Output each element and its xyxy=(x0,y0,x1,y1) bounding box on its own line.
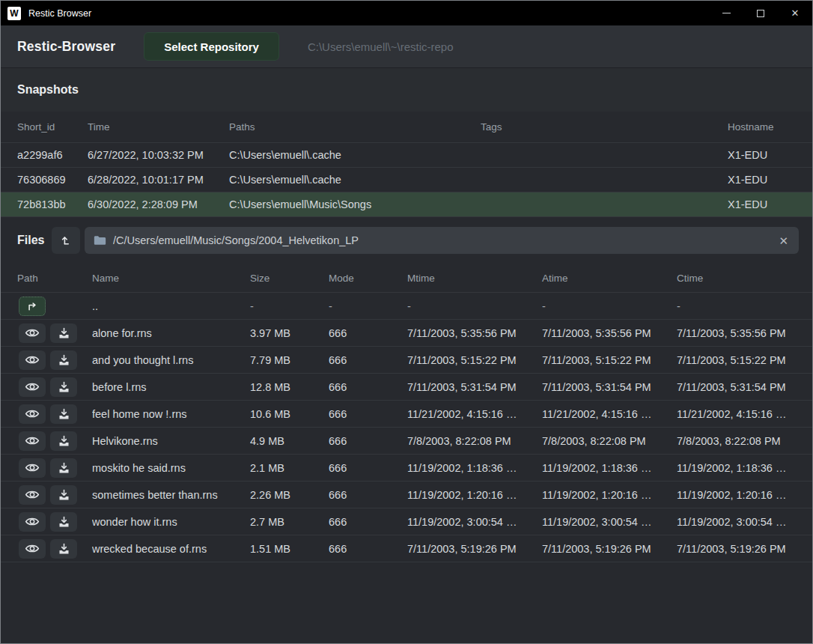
file-mode: 666 xyxy=(329,516,407,528)
file-mode: 666 xyxy=(329,354,407,366)
view-file-button[interactable] xyxy=(19,512,46,532)
file-size: 2.7 MB xyxy=(250,516,329,528)
app-logo-icon: W xyxy=(7,7,21,20)
file-name: and you thought l.rns xyxy=(92,354,250,366)
snapshots-col-time: Time xyxy=(88,121,229,133)
empty-area xyxy=(1,562,812,643)
parent-dir-mode: - xyxy=(329,300,407,312)
parent-dir-size: - xyxy=(250,300,329,312)
download-file-button[interactable] xyxy=(50,377,77,397)
snapshots-col-tags: Tags xyxy=(481,121,728,133)
clear-path-button[interactable]: ✕ xyxy=(777,235,790,246)
file-row-actions xyxy=(19,539,92,559)
view-file-button[interactable] xyxy=(19,350,46,370)
file-ctime: 7/11/2003, 5:19:26 PM xyxy=(677,543,803,555)
snapshots-table-header: Short_id Time Paths Tags Hostname xyxy=(1,112,812,143)
file-name: before l.rns xyxy=(92,381,250,393)
files-table-body: .. - - - - - xyxy=(1,293,812,562)
snapshots-col-short-id: Short_id xyxy=(17,121,88,133)
snapshot-row[interactable]: 76306869 6/28/2022, 10:01:17 PM C:\Users… xyxy=(1,168,812,192)
file-name: alone for.rns xyxy=(92,327,250,339)
download-file-button[interactable] xyxy=(50,539,77,559)
file-ctime: 7/11/2003, 5:31:54 PM xyxy=(677,381,803,393)
snapshot-short-id: 72b813bb xyxy=(17,198,88,210)
file-row: wonder how it.rns 2.7 MB 666 11/19/2002,… xyxy=(1,508,812,535)
snapshot-hostname: X1-EDU xyxy=(728,149,803,161)
snapshots-table-body: a2299af6 6/27/2022, 10:03:32 PM C:\Users… xyxy=(1,143,812,217)
window-title: Restic Browser xyxy=(28,8,91,19)
file-ctime: 11/21/2002, 4:15:16 … xyxy=(677,408,803,420)
file-mtime: 7/11/2003, 5:35:56 PM xyxy=(407,327,542,339)
file-row: Helvikone.rns 4.9 MB 666 7/8/2003, 8:22:… xyxy=(1,428,812,455)
maximize-button[interactable] xyxy=(743,1,778,25)
file-size: 4.9 MB xyxy=(250,435,329,447)
download-file-button[interactable] xyxy=(50,431,77,451)
file-mode: 666 xyxy=(329,408,407,420)
files-col-mtime: Mtime xyxy=(407,273,542,284)
files-col-atime: Atime xyxy=(542,273,677,284)
file-row-actions xyxy=(19,512,92,532)
snapshot-hostname: X1-EDU xyxy=(728,198,803,210)
current-path-bar[interactable]: /C/Users/emuell/Music/Songs/2004_Helveti… xyxy=(85,227,799,254)
app-title: Restic-Browser xyxy=(17,39,115,55)
view-file-button[interactable] xyxy=(19,377,46,397)
download-icon xyxy=(58,489,70,501)
view-file-button[interactable] xyxy=(19,539,46,559)
view-file-button[interactable] xyxy=(19,404,46,424)
download-file-button[interactable] xyxy=(50,404,77,424)
file-mtime: 11/19/2002, 1:18:36 … xyxy=(407,462,542,474)
snapshots-title: Snapshots xyxy=(17,83,79,97)
snapshot-time: 6/30/2022, 2:28:09 PM xyxy=(88,198,229,210)
file-ctime: 11/19/2002, 1:18:36 … xyxy=(677,462,803,474)
file-atime: 7/11/2003, 5:35:56 PM xyxy=(542,327,677,339)
file-name: sometimes better than.rns xyxy=(92,489,250,501)
eye-icon xyxy=(25,489,40,500)
view-file-button[interactable] xyxy=(19,431,46,451)
file-ctime: 11/19/2002, 3:00:54 … xyxy=(677,516,803,528)
parent-dir-button[interactable] xyxy=(19,297,46,316)
file-row: sometimes better than.rns 2.26 MB 666 11… xyxy=(1,482,812,508)
snapshot-row[interactable]: a2299af6 6/27/2022, 10:03:32 PM C:\Users… xyxy=(1,143,812,168)
snapshot-row[interactable]: 72b813bb 6/30/2022, 2:28:09 PM C:\Users\… xyxy=(1,192,812,217)
file-name: wonder how it.rns xyxy=(92,516,250,528)
file-mode: 666 xyxy=(329,543,407,555)
file-mtime: 7/11/2003, 5:15:22 PM xyxy=(407,354,542,366)
file-ctime: 7/11/2003, 5:15:22 PM xyxy=(677,354,803,366)
download-file-button[interactable] xyxy=(50,458,77,478)
view-file-button[interactable] xyxy=(19,458,46,478)
download-file-button[interactable] xyxy=(50,350,77,370)
view-file-button[interactable] xyxy=(19,485,46,505)
eye-icon xyxy=(25,327,40,338)
go-up-button[interactable] xyxy=(52,227,80,254)
parent-dir-name: .. xyxy=(92,300,250,312)
app-window: W Restic Browser ✕ Restic-Browser Select… xyxy=(0,0,813,644)
download-file-button[interactable] xyxy=(50,485,77,505)
view-file-button[interactable] xyxy=(19,323,46,343)
minimize-button[interactable] xyxy=(709,1,743,25)
folder-icon xyxy=(94,235,106,246)
maximize-icon xyxy=(757,10,764,17)
select-repository-button[interactable]: Select Repository xyxy=(144,32,279,61)
file-mtime: 11/21/2002, 4:15:16 … xyxy=(407,408,542,420)
close-button[interactable]: ✕ xyxy=(778,1,812,25)
snapshot-hostname: X1-EDU xyxy=(728,174,803,186)
file-atime: 11/19/2002, 3:00:54 … xyxy=(542,516,677,528)
download-file-button[interactable] xyxy=(50,323,77,343)
files-toolbar: Files /C/Users/emuell/Music/Songs/2004_H… xyxy=(1,217,812,264)
file-mode: 666 xyxy=(329,327,407,339)
file-row-actions xyxy=(19,431,92,451)
file-atime: 7/11/2003, 5:31:54 PM xyxy=(542,381,677,393)
clear-icon: ✕ xyxy=(779,234,788,247)
download-file-button[interactable] xyxy=(50,512,77,532)
eye-icon xyxy=(25,354,40,365)
snapshots-col-hostname: Hostname xyxy=(728,121,803,133)
files-col-mode: Mode xyxy=(329,273,407,284)
parent-dir-icon xyxy=(26,301,38,312)
minimize-icon xyxy=(722,13,731,13)
file-mode: 666 xyxy=(329,462,407,474)
file-ctime: 7/11/2003, 5:35:56 PM xyxy=(677,327,803,339)
download-icon xyxy=(58,462,70,474)
download-icon xyxy=(58,327,70,339)
file-mode: 666 xyxy=(329,435,407,447)
file-mode: 666 xyxy=(329,381,407,393)
